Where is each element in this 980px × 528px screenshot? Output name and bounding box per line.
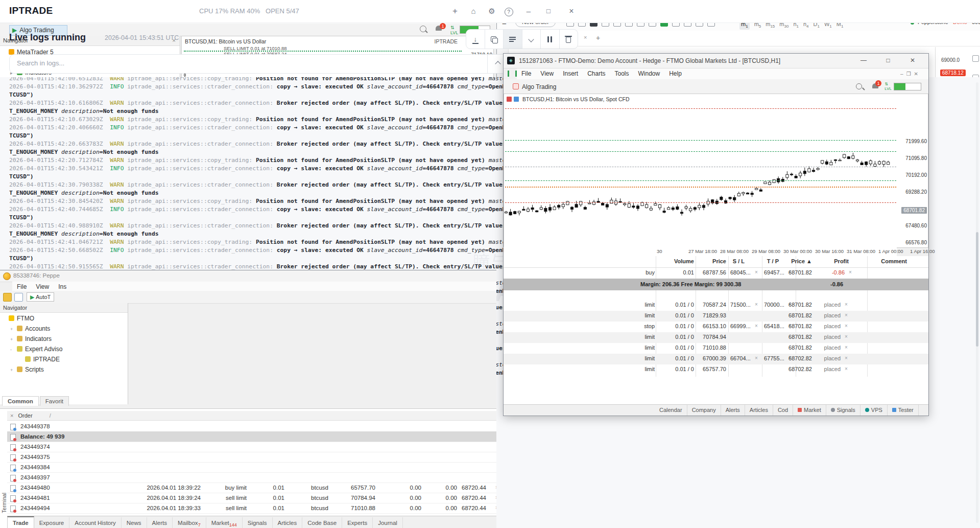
ctrader-tab-close-icon[interactable]: × [584,34,587,40]
ftmo-level-meter[interactable] [894,83,921,90]
order-row[interactable]: limit0.01 / 070784.9468701.82placed× [504,332,928,343]
maximize-icon[interactable]: □ [543,6,554,17]
mt4-tab-market[interactable]: Market144 [206,517,243,528]
order-row[interactable]: limit0.01 / 071010.8868701.82placed× [504,343,928,354]
ftmo-close-button[interactable]: ✕ [904,57,921,64]
mt4-tree-item-indicators[interactable]: +Indicators [10,334,52,344]
mt4-tree-item-accounts[interactable]: +Accounts [10,324,50,334]
clear-logs-button[interactable] [560,30,578,49]
minimize-icon[interactable]: – [523,6,534,17]
cancel-order-icon[interactable]: × [845,345,848,350]
help-icon[interactable]: ? [503,6,514,17]
ftmo-tab-vps[interactable]: VPS [861,405,888,416]
remove-sl-icon[interactable]: × [755,302,758,307]
ftmo-tab-tester[interactable]: Tester [888,405,919,416]
ftmo-search-icon[interactable] [856,83,862,89]
log-search-box[interactable]: Search in logs... 0/0 × [9,54,578,74]
order-row[interactable]: stop0.01 / 066153.1066999...×65418...×68… [504,322,928,332]
mt4-tree-item-iptrade[interactable]: IPTRADE [18,354,60,364]
col-header-comment[interactable]: Comment [881,258,907,264]
cancel-order-icon[interactable]: × [845,302,848,307]
mt4-order-row[interactable]: 2434494812026.04.01 18:39:24sell limit0.… [7,493,496,503]
mt4-menu-file[interactable]: File [12,282,31,292]
ftmo-menu-window[interactable]: Window [634,68,665,79]
col-header-price[interactable]: Price [712,258,726,264]
ctrader-add-tab-icon[interactable]: + [596,34,600,42]
remove-sl-icon[interactable]: × [755,355,758,361]
download-logs-button[interactable]: ↓ [466,30,485,49]
col-header-volume[interactable]: Volume [674,258,694,264]
ftmo-mdi-controls[interactable]: –❐✕ [900,71,921,77]
mt4-tab-articles[interactable]: Articles [273,517,303,528]
mt4-tab-news[interactable]: News [122,517,147,528]
mt4-menu-view[interactable]: View [31,282,54,292]
close-icon[interactable]: × [566,6,577,17]
mt4-tab-accounthistory[interactable]: Account History [69,517,122,528]
order-row[interactable]: limit0.01 / 070587.2471500...×70000...×6… [504,300,928,311]
mt4-nav-tab-favorit[interactable]: Favorit [40,396,69,406]
gear-icon[interactable]: ⚙ [486,6,497,17]
mt4-nav-tab-common[interactable]: Common [2,396,39,406]
mt4-tab-alerts[interactable]: Alerts [147,517,173,528]
order-row[interactable]: limit0.01 / 067000.3966704...×67755...×6… [504,354,928,364]
expand-menu-button[interactable] [522,30,541,49]
mt4-menu-ins[interactable]: Ins [54,282,71,292]
remove-sl-icon[interactable]: × [755,269,758,275]
ftmo-menu-tools[interactable]: Tools [610,68,634,79]
mt4-tab-experts[interactable]: Experts [342,517,373,528]
ftmo-tab-company[interactable]: Company [687,405,721,416]
ftmo-menu-help[interactable]: Help [664,68,686,79]
ftmo-maximize-button[interactable]: □ [879,57,897,64]
mt4-order-row[interactable]: 243449384 [7,462,496,473]
mt4-autotrading-button[interactable]: ▶ AutoT [27,292,54,302]
remove-sl-icon[interactable]: × [755,323,758,329]
add-icon[interactable]: + [449,6,461,17]
order-row[interactable]: limit0.01 / 071829.9368701.82placed× [504,311,928,322]
mt4-tab-mailbox[interactable]: Mailbox7 [173,517,206,528]
ftmo-menu-charts[interactable]: Charts [583,68,610,79]
ftmo-chart[interactable]: BTCUSD,H1: Bitcoin vs US Dollar, Spot CF… [504,94,928,248]
mt4-order-row[interactable]: 243449374 [7,442,496,452]
cancel-order-icon[interactable]: × [845,366,848,372]
pause-logs-button[interactable] [541,30,560,49]
mt4-order-row[interactable]: 243449375 [7,452,496,463]
col-header-price[interactable]: Price ▲ [791,258,812,264]
delete-order-icon[interactable]: × [495,503,496,513]
ftmo-tab-cod[interactable]: Cod [773,405,793,416]
cancel-order-icon[interactable]: × [845,355,848,361]
autoscroll-button[interactable] [504,30,522,49]
right-rail-icon-1[interactable] [972,55,979,62]
mt4-tab-codebase[interactable]: Code Base [302,517,342,528]
mt4-order-column-header[interactable]: Order [18,412,33,419]
col-header-profit[interactable]: Profit [834,258,849,264]
home-icon[interactable]: ⌂ [468,6,479,17]
cancel-order-icon[interactable]: × [845,334,848,339]
ftmo-tab-market[interactable]: Market [793,405,826,416]
cancel-order-icon[interactable]: × [845,312,848,318]
mt4-order-row[interactable]: 2434494802026.04.01 18:39:22buy limit0.0… [7,483,496,493]
mt4-order-row[interactable]: 2434494942026.04.01 18:39:33sell limit0.… [7,503,496,514]
terminal-vertical-label[interactable]: Terminal [1,493,7,513]
mt4-toolbar-icon-2[interactable] [14,293,23,302]
position-row[interactable]: buy0.0168787.5668045... ×69457... ×68701… [504,267,928,279]
ftmo-tab-alerts[interactable]: Alerts [721,405,745,416]
mt4-tab-exposure[interactable]: Exposure [34,517,70,528]
search-input[interactable]: Search in logs... [17,59,64,67]
ftmo-menu-file[interactable]: File [517,68,536,79]
mt4-order-row[interactable]: 243449378 [7,421,496,432]
mt4-tree-item-ftmo[interactable]: FTMO [2,313,34,324]
ftmo-minimize-button[interactable]: — [855,57,872,64]
close-position-icon[interactable]: × [849,269,852,275]
mt4-tree-item-scripts[interactable]: +Scripts [10,364,44,375]
col-header-tp[interactable]: T / P [767,258,779,264]
mt4-tab-signals[interactable]: Signals [243,517,273,528]
order-row[interactable]: limit0.01 / 065757.7068702.82placed× [504,364,928,375]
mt4-order-row[interactable]: 243449397 [7,472,496,483]
mt4-tab-trade[interactable]: Trade [7,516,34,528]
cancel-order-icon[interactable]: × [845,323,848,329]
ftmo-tab-calendar[interactable]: Calendar [655,405,687,416]
copy-logs-button[interactable] [485,30,504,49]
mt4-toolbar-icon-1[interactable] [3,293,12,302]
delete-order-icon[interactable]: × [495,493,496,503]
col-header-sl[interactable]: S / L [733,258,745,264]
